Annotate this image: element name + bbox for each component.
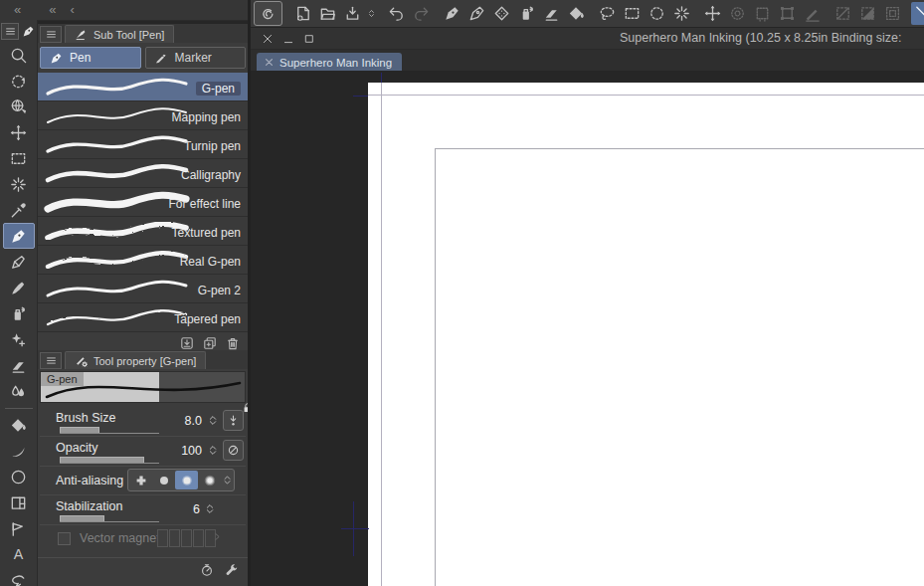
tab-close-icon[interactable] <box>265 58 274 67</box>
back-chevron-icon[interactable]: ‹ <box>70 1 74 19</box>
pen-button[interactable] <box>440 2 464 25</box>
subtool-item-turnip-pen[interactable]: Turnip pen <box>38 130 248 159</box>
brush-size-stepper[interactable] <box>207 413 219 428</box>
tool-text[interactable]: A <box>3 541 35 567</box>
tool-fill[interactable] <box>3 412 35 438</box>
eraser-button[interactable] <box>539 2 564 25</box>
tool-eyedropper[interactable] <box>3 197 35 223</box>
subtool-item-mapping-pen[interactable]: Mapping pen <box>38 101 248 130</box>
tool-pen[interactable] <box>3 223 35 249</box>
invert-selection-button[interactable] <box>855 2 880 25</box>
transform-frame-button[interactable] <box>775 2 800 25</box>
tool-property-menu-icon[interactable] <box>40 352 62 369</box>
brush-size-value[interactable]: 8.0 <box>185 414 202 428</box>
vector-magnet-level[interactable] <box>181 529 192 547</box>
edit-line-button[interactable] <box>800 2 825 25</box>
anti-aliasing-stepper[interactable] <box>221 473 233 488</box>
vector-magnet-level[interactable] <box>157 529 168 547</box>
stabilization-stepper[interactable] <box>204 501 216 516</box>
tool-move-layer[interactable] <box>3 119 35 145</box>
move-button[interactable] <box>700 2 725 25</box>
tool-property-tab[interactable]: Tool property [G-pen] <box>65 351 206 369</box>
open-file-button[interactable] <box>315 2 340 25</box>
undo-button[interactable] <box>384 2 409 25</box>
subtool-menu-icon[interactable] <box>40 26 62 43</box>
tool-eraser[interactable] <box>3 352 35 378</box>
maximize-window-icon[interactable] <box>303 33 315 45</box>
redo-button[interactable] <box>409 2 434 25</box>
light-pen-button[interactable] <box>464 2 489 25</box>
subtool-item-for-effect-line[interactable]: For effect line <box>38 188 248 217</box>
rectangle-select-button[interactable] <box>620 2 645 25</box>
opacity-stepper[interactable] <box>207 443 219 458</box>
stroke-speed-icon[interactable] <box>199 562 215 578</box>
tool-pencil[interactable] <box>3 249 35 275</box>
subtool-item-real-g-pen[interactable]: Real G-pen <box>38 246 248 275</box>
anti-aliasing-none-option[interactable] <box>129 471 152 489</box>
delete-subtool-icon[interactable] <box>225 335 241 351</box>
lasso-select-button[interactable] <box>595 2 620 25</box>
close-window-icon[interactable] <box>262 33 274 45</box>
tool-zoom[interactable] <box>3 42 35 68</box>
brush-size-preset-button[interactable] <box>223 410 244 431</box>
tool-frame-border[interactable] <box>3 489 35 515</box>
subtool-item-g-pen[interactable]: G-pen <box>38 73 248 101</box>
ellipse-select-button[interactable] <box>645 2 669 25</box>
brush-stroke-preview[interactable]: G-pen <box>40 371 246 403</box>
snap-to-special-ruler-button[interactable] <box>911 2 924 25</box>
select-from-layer-button[interactable] <box>750 2 775 25</box>
vector-magnet-expand-icon[interactable] <box>211 530 224 543</box>
select-border-button[interactable] <box>880 2 905 25</box>
tool-object[interactable] <box>3 94 35 119</box>
stabilization-value[interactable]: 6 <box>193 502 200 516</box>
subtool-item-g-pen-2[interactable]: G-pen 2 <box>38 275 248 303</box>
canvas-viewport[interactable] <box>251 71 924 586</box>
airbrush-button[interactable] <box>514 2 539 25</box>
opacity-slider[interactable] <box>60 456 159 464</box>
tool-blend[interactable] <box>3 378 35 404</box>
opacity-value[interactable]: 100 <box>181 444 202 458</box>
vector-magnet-level[interactable] <box>193 529 204 547</box>
subtool-item-tapered-pen[interactable]: Tapered pen <box>38 303 248 332</box>
subtool-item-calligraphy[interactable]: Calligraphy <box>38 159 248 188</box>
tool-decoration[interactable] <box>3 326 35 352</box>
opacity-preset-button[interactable] <box>223 440 244 461</box>
subtool-panel-tab[interactable]: Sub Tool [Pen] <box>65 25 174 43</box>
magic-wand-button[interactable] <box>669 2 694 25</box>
tool-figure[interactable] <box>3 464 35 489</box>
vector-magnet-level[interactable] <box>169 529 180 547</box>
tool-auto-select[interactable] <box>3 171 35 197</box>
subtool-item-textured-pen[interactable]: Textured pen <box>38 217 248 246</box>
tool-polyline[interactable] <box>3 515 35 541</box>
fill-button[interactable] <box>564 2 589 25</box>
tool-settings-wrench-icon[interactable] <box>224 562 240 578</box>
document-tab[interactable]: Superhero Man Inking <box>257 53 402 72</box>
save-button[interactable] <box>340 2 365 25</box>
anti-aliasing-strong-option[interactable] <box>198 471 221 489</box>
tool-rotate-canvas[interactable] <box>3 68 35 94</box>
canvas-page[interactable] <box>368 83 924 586</box>
collapse-panels-icon[interactable]: « <box>14 1 21 19</box>
tool-selection-area[interactable] <box>3 145 35 171</box>
duplicate-subtool-icon[interactable] <box>202 335 218 351</box>
tool-balloon[interactable] <box>3 567 35 586</box>
stabilization-slider[interactable] <box>60 514 159 522</box>
new-document-button[interactable] <box>290 2 315 25</box>
tone-button[interactable] <box>489 2 514 25</box>
vector-magnet-checkbox[interactable] <box>58 532 71 545</box>
tool-gradient[interactable] <box>3 438 35 464</box>
deselect-button[interactable] <box>831 2 855 25</box>
tool-airbrush[interactable] <box>3 300 35 326</box>
brush-size-slider[interactable] <box>60 426 159 434</box>
shrink-selection-button[interactable] <box>725 2 750 25</box>
anti-aliasing-weak-option[interactable] <box>152 471 175 489</box>
tool-brush[interactable] <box>3 275 35 300</box>
import-subtool-icon[interactable] <box>179 335 195 351</box>
clip-studio-logo-button[interactable] <box>254 1 282 26</box>
collapse-palette-icon[interactable]: « <box>49 1 56 19</box>
save-options-stepper-button[interactable] <box>365 2 378 25</box>
tab-pen[interactable]: Pen <box>40 47 141 69</box>
palette-menu-icon[interactable] <box>1 23 19 40</box>
tab-marker[interactable]: Marker <box>145 47 247 69</box>
minimize-window-icon[interactable] <box>282 33 294 45</box>
